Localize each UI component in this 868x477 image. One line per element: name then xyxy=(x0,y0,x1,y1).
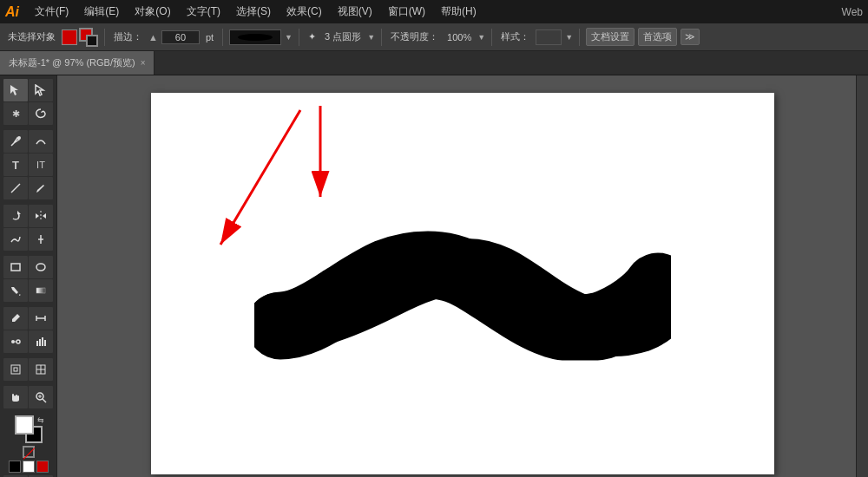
app-logo: Ai xyxy=(5,4,19,20)
blend-tool[interactable] xyxy=(3,330,28,353)
tool-row-1 xyxy=(3,79,53,101)
stroke-color-red[interactable] xyxy=(62,29,77,45)
eyedropper-tool[interactable] xyxy=(3,307,28,330)
no-selection-label: 未选择对象 xyxy=(5,30,58,43)
tool-row-13 xyxy=(3,386,53,408)
direct-select-tool[interactable] xyxy=(29,79,53,101)
tool-row-5 xyxy=(3,177,53,199)
brush-type-prefix: ✦ xyxy=(306,31,319,42)
svg-point-15 xyxy=(16,340,20,343)
menu-text[interactable]: 文字(T) xyxy=(183,4,224,19)
canvas-area[interactable]: cn.com xyxy=(57,75,868,477)
tool-row-9 xyxy=(3,279,53,302)
svg-point-9 xyxy=(36,264,45,271)
style-preview[interactable] xyxy=(536,29,562,45)
svg-marker-4 xyxy=(17,211,21,214)
svg-point-14 xyxy=(11,340,15,343)
stroke-unit: pt xyxy=(203,32,216,42)
hand-tool[interactable] xyxy=(3,386,28,408)
zoom-tool[interactable] xyxy=(29,386,53,408)
menu-effect[interactable]: 效果(C) xyxy=(283,4,326,19)
toolbar: 未选择对象 描边： ▲ pt ▼ ✦ 3 点圆形 ▼ 不透明度： 100% ▼ … xyxy=(0,23,868,51)
preferences-button[interactable]: 首选项 xyxy=(638,28,677,46)
slice-tool[interactable] xyxy=(29,358,53,381)
line-tool[interactable] xyxy=(3,177,28,199)
menu-select[interactable]: 选择(S) xyxy=(233,4,274,19)
measure-tool[interactable] xyxy=(29,307,53,330)
sep-2 xyxy=(222,29,223,46)
opacity-label: 不透明度： xyxy=(388,30,441,43)
right-scrollbar[interactable] xyxy=(856,75,868,477)
fg-bg-color-boxes: ⇆ xyxy=(13,415,44,443)
magic-wand-tool[interactable]: ✱ xyxy=(3,102,28,125)
none-color-row xyxy=(23,446,35,458)
svg-rect-20 xyxy=(44,340,46,346)
svg-rect-22 xyxy=(14,368,17,371)
tool-row-4: T IT xyxy=(3,154,53,176)
menu-file[interactable]: 文件(F) xyxy=(31,4,72,19)
stroke-up-arrow[interactable]: ▲ xyxy=(148,32,158,42)
tool-row-2: ✱ xyxy=(3,102,53,125)
tool-row-8 xyxy=(3,256,53,278)
menu-help[interactable]: 帮助(H) xyxy=(437,4,480,19)
artboard-tool[interactable] xyxy=(3,358,28,381)
fill-color-area[interactable] xyxy=(79,28,98,47)
tool-row-11 xyxy=(3,330,53,353)
stroke-color-area xyxy=(62,28,98,47)
tab-close-button[interactable]: × xyxy=(141,58,146,68)
svg-line-27 xyxy=(43,399,46,402)
curvature-tool[interactable] xyxy=(29,130,53,153)
menu-window[interactable]: 窗口(W) xyxy=(385,4,429,19)
extra-options-button[interactable]: ≫ xyxy=(681,29,700,45)
tool-row-6 xyxy=(3,205,53,227)
stroke-label: 描边： xyxy=(111,30,145,43)
svg-rect-19 xyxy=(42,337,43,346)
brush-ellipse xyxy=(238,34,273,41)
swap-colors[interactable]: ⇆ xyxy=(37,415,44,424)
type-tool[interactable]: T xyxy=(3,154,28,176)
menu-bar: Ai 文件(F) 编辑(E) 对象(O) 文字(T) 选择(S) 效果(C) 视… xyxy=(0,0,868,23)
menu-edit[interactable]: 编辑(E) xyxy=(81,4,122,19)
menu-object[interactable]: 对象(O) xyxy=(131,4,174,19)
pencil-tool[interactable] xyxy=(29,177,53,199)
select-tool[interactable] xyxy=(3,79,28,101)
reflect-tool[interactable] xyxy=(29,205,53,227)
document-tab[interactable]: 未标题-1* @ 97% (RGB/预览) × xyxy=(0,51,155,75)
warp-tool[interactable] xyxy=(3,228,28,251)
sep-1 xyxy=(104,29,105,46)
none-color-button[interactable] xyxy=(23,446,35,458)
opacity-dropdown[interactable]: ▼ xyxy=(477,33,485,42)
width-tool[interactable] xyxy=(29,228,53,251)
red-color[interactable] xyxy=(36,461,49,473)
brush-type-dropdown[interactable]: ▼ xyxy=(367,33,375,42)
quick-color-row xyxy=(9,461,49,473)
tool-row-7 xyxy=(3,228,53,251)
tab-title: 未标题-1* @ 97% (RGB/预览) xyxy=(9,56,135,69)
svg-rect-17 xyxy=(36,341,38,346)
gradient-tool[interactable] xyxy=(29,279,53,302)
svg-line-3 xyxy=(11,184,20,193)
chart-tool[interactable] xyxy=(29,330,53,353)
brush-preview[interactable] xyxy=(229,29,281,45)
stroke-value-input[interactable] xyxy=(161,30,200,44)
foreground-color[interactable] xyxy=(15,415,34,435)
pen-tool[interactable] xyxy=(3,130,28,153)
doc-settings-button[interactable]: 文档设置 xyxy=(586,28,635,46)
ellipse-tool[interactable] xyxy=(29,256,53,278)
rotate-tool[interactable] xyxy=(3,205,28,227)
svg-rect-21 xyxy=(11,365,20,374)
style-dropdown[interactable]: ▼ xyxy=(565,33,573,42)
svg-marker-0 xyxy=(10,85,18,95)
style-label: 样式： xyxy=(498,30,532,43)
vertical-type-tool[interactable]: IT xyxy=(29,154,53,176)
color-area: ⇆ xyxy=(9,414,49,474)
black-color[interactable] xyxy=(9,461,21,473)
menu-view[interactable]: 视图(V) xyxy=(334,4,376,19)
rectangle-tool[interactable] xyxy=(3,256,28,278)
brush-dropdown-arrow[interactable]: ▼ xyxy=(285,33,293,42)
white-color[interactable] xyxy=(23,461,35,473)
svg-marker-1 xyxy=(36,85,43,95)
svg-rect-10 xyxy=(36,288,45,293)
lasso-tool[interactable] xyxy=(29,102,53,125)
paintbucket-tool[interactable] xyxy=(3,279,28,302)
